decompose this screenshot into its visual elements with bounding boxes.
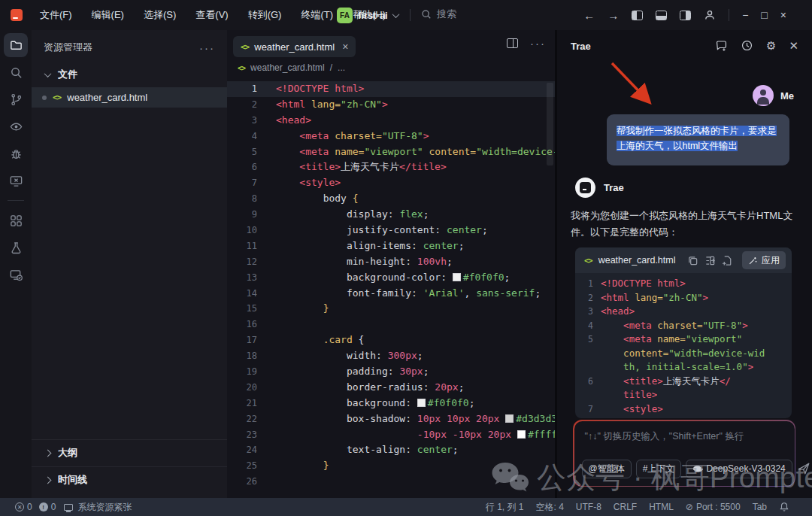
color-swatch [453,273,461,281]
menu-view[interactable]: 查看(V) [186,0,238,30]
divider [410,9,411,21]
assistant-name: Trae [604,182,624,193]
agent-chip[interactable]: @智能体 [582,460,632,478]
send-plane-icon [797,462,810,475]
chat-input[interactable]: "↑↓" 切换历史输入，"Shift+Enter" 换行 @智能体 #上下文 D… [574,421,795,486]
search-icon[interactable] [4,60,28,84]
chevron-down-icon [392,11,399,18]
warnings-indicator[interactable]: ! 0 [39,502,56,512]
code-line: title> [575,388,792,402]
debug-icon[interactable] [4,141,28,165]
cursor-position[interactable]: 行 1, 列 1 [486,501,524,514]
user-name: Me [780,90,794,102]
maximize-button[interactable]: □ [761,9,767,21]
copy-icon[interactable] [687,255,698,266]
workspace-switcher[interactable]: FA first-ai [337,6,398,24]
send-button[interactable] [797,462,810,475]
outline-section-header[interactable]: 大纲 [32,439,227,466]
port-icon: ⊘ [686,502,693,512]
explorer-sidebar: 资源管理器 ··· 文件 <> weather_card.html 大纲 时间线 [32,30,227,498]
file-item-weather-card[interactable]: <> weather_card.html [32,87,227,108]
color-swatch [417,399,426,407]
port-indicator[interactable]: ⊘ Port : 5500 [686,502,741,512]
new-chat-icon[interactable] [715,39,728,52]
devices-icon[interactable] [4,263,28,287]
toggle-right-panel-icon[interactable] [680,11,691,20]
split-editor-icon[interactable] [507,38,518,48]
code-line: 3<head> [575,305,792,319]
back-arrow-icon[interactable]: ← [583,9,595,22]
menu-file[interactable]: 文件(F) [30,0,82,30]
files-section-header[interactable]: 文件 [32,62,227,87]
monitor-x-icon[interactable] [4,168,28,193]
activity-bar [0,30,32,498]
search-label: 搜索 [437,8,456,21]
code-line: th, initial-scale=1.0"> [575,360,792,375]
code-line: 11 align-items: center; [227,238,555,254]
workspace-badge: FA [337,8,353,23]
monitor-icon [64,504,73,511]
eol-setting[interactable]: CRLF [614,502,637,512]
warning-icon: ! [39,502,48,511]
code-line: 18 width: 300px; [227,348,555,364]
menu-goto[interactable]: 转到(G) [238,0,292,30]
settings-gear-icon[interactable]: ⚙ [766,40,776,51]
menu-terminal[interactable]: 终端(T) [291,0,343,30]
editor-scrollbar[interactable] [547,83,553,165]
code-editor[interactable]: 1<!DOCTYPE html>2<html lang="zh-CN">3<he… [227,81,555,498]
context-chip[interactable]: #上下文 [636,460,682,478]
html-file-icon: <> [238,64,245,72]
insert-code-icon[interactable] [704,255,716,266]
trae-avatar [575,178,595,198]
close-window-button[interactable]: × [780,9,786,21]
wand-icon [748,256,758,266]
app-logo-icon [11,9,23,21]
toggle-bottom-panel-icon[interactable] [656,11,667,20]
eye-icon[interactable] [4,114,28,138]
apply-button[interactable]: 应用 [742,251,786,269]
apps-grid-icon[interactable] [4,208,28,232]
code-card-filename: weather_card.html [598,255,681,266]
new-file-icon[interactable] [722,255,733,266]
history-icon[interactable] [741,39,753,52]
chat-code-card: <> weather_card.html 应用 1<!DOCTYPE html>… [575,247,792,418]
code-line: 4 <meta charset="UTF-8"> [575,319,792,333]
minimize-button[interactable]: − [742,9,748,21]
editor-more-actions-icon[interactable]: ··· [530,37,546,50]
errors-indicator[interactable]: ✕ 0 [15,502,32,512]
tab-weather-card[interactable]: <> weather_card.html × [233,36,356,57]
breadcrumb[interactable]: <> weather_card.html / ... [227,58,555,77]
language-mode[interactable]: HTML [649,502,674,512]
test-flask-icon[interactable] [4,235,28,260]
forward-arrow-icon[interactable]: → [607,9,619,22]
indent-setting[interactable]: 空格: 4 [536,501,564,514]
tab-focus-mode[interactable]: Tab [753,502,767,512]
encoding[interactable]: UTF-8 [576,502,601,512]
menu-edit[interactable]: 编辑(E) [82,0,134,30]
close-panel-icon[interactable]: ✕ [789,40,798,51]
html-file-icon: <> [584,256,592,265]
explorer-title: 资源管理器 [44,41,92,54]
explorer-icon[interactable] [4,33,28,57]
code-line: 2<html lang="zh-CN"> [227,97,555,113]
chevron-down-icon [44,70,52,77]
account-icon[interactable] [704,9,716,21]
menu-select[interactable]: 选择(S) [134,0,186,30]
chat-panel-title: Trae [571,41,591,52]
html-file-icon: <> [53,93,61,102]
color-swatch [505,414,514,423]
chat-input-placeholder: "↑↓" 切换历史输入，"Shift+Enter" 换行 [585,430,744,443]
html-file-icon: <> [241,42,249,52]
more-actions-icon[interactable]: ··· [199,41,215,54]
search-box[interactable]: 搜索 [421,8,456,21]
toggle-left-panel-icon[interactable] [632,11,643,20]
close-tab-icon[interactable]: × [342,41,348,53]
model-selector-chip[interactable]: DeepSeek-V3-0324 [686,460,792,478]
system-resource-indicator[interactable]: 系统资源紧张 [62,501,132,514]
source-control-icon[interactable] [4,87,28,111]
code-line: 8 body { [227,191,555,207]
search-icon [421,9,432,20]
timeline-section-header[interactable]: 时间线 [32,466,227,493]
code-line: 15 } [227,301,555,317]
bell-icon[interactable] [779,502,789,512]
